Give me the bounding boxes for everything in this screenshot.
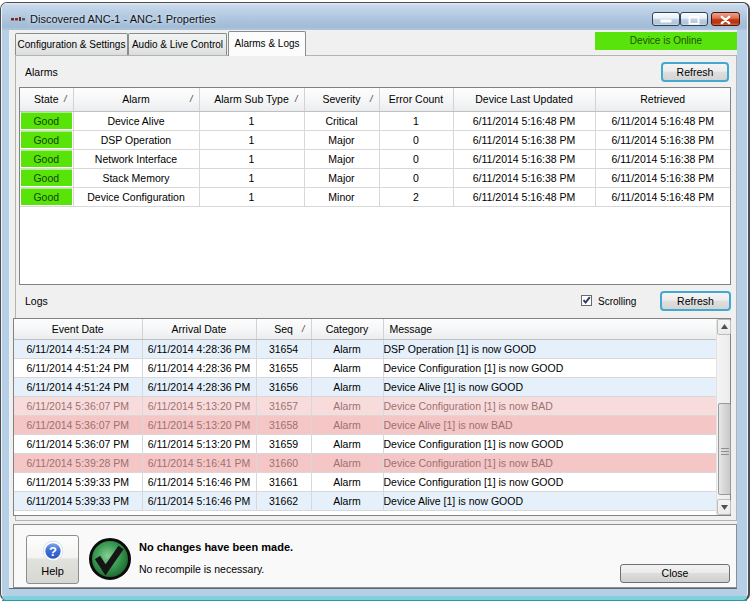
svg-text:?: ?	[49, 544, 57, 559]
